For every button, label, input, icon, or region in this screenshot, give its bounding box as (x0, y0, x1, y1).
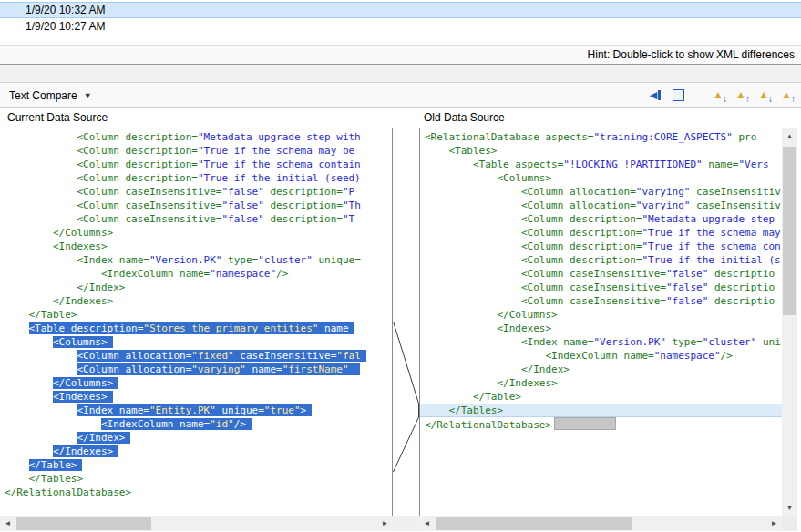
code-line[interactable]: <Indexes> (420, 322, 782, 335)
scroll-left-arrow-icon[interactable]: ◄ (0, 516, 15, 531)
code-token: </Table> (29, 309, 77, 321)
code-token: </Columns> (53, 377, 113, 389)
code-line[interactable]: </Columns> (0, 376, 392, 390)
code-token: "Vers (738, 159, 768, 170)
code-line[interactable]: </Indexes> (0, 445, 392, 458)
code-indent (425, 227, 521, 239)
code-line[interactable]: </Index> (0, 281, 392, 294)
code-line[interactable]: <Indexes> (0, 390, 392, 404)
code-line-text: </Columns> (53, 377, 118, 389)
code-token: <IndexColumn name= (101, 268, 210, 280)
scroll-up-arrow-icon[interactable]: ▲ (782, 128, 797, 144)
code-line-text: <Column caseInsensitive="false" descript… (521, 268, 775, 280)
code-line-text: </Columns> (497, 309, 557, 321)
code-token: "T (343, 213, 354, 225)
code-token: > (301, 404, 307, 416)
previous-change-icon[interactable]: ▲↑ (777, 86, 796, 104)
code-token: "True if the initial (s (642, 254, 780, 266)
code-line[interactable]: <Index name="Version.PK" type="cluster" … (0, 253, 392, 267)
code-token: description= (264, 186, 343, 198)
code-line[interactable]: <Column caseInsensitive="false" descript… (420, 267, 782, 281)
code-line[interactable]: </Table> (420, 390, 782, 404)
previous-difference-icon[interactable]: ▲↑ (732, 86, 750, 104)
left-horizontal-scrollbar[interactable]: ◄ ► (0, 516, 393, 531)
code-line[interactable]: <Column caseInsensitive="false" descript… (0, 199, 392, 212)
scroll-left-arrow-icon[interactable]: ◄ (419, 516, 435, 531)
code-line[interactable]: <Index name="Version.PK" type="cluster" … (420, 335, 782, 349)
code-indent (5, 404, 77, 416)
history-row[interactable]: 1/9/20 10:32 AM (0, 2, 801, 18)
code-token: "namespace" (654, 350, 721, 362)
code-line[interactable]: </Indexes> (420, 376, 782, 390)
toggle-ancestor-pane-icon[interactable]: ◀ (646, 86, 664, 104)
scroll-down-arrow-icon[interactable]: ▼ (782, 500, 797, 516)
code-indent (5, 131, 77, 143)
code-line[interactable]: <Column caseInsensitive="false" descript… (420, 281, 782, 294)
code-line[interactable]: </RelationalDatabase> (0, 486, 392, 499)
code-line[interactable]: <Column caseInsensitive="false" descript… (0, 212, 392, 226)
code-line[interactable]: <IndexColumn name="namespace"/> (420, 349, 782, 363)
code-line-text: <Column description="Metadata upgrade st… (521, 213, 775, 225)
code-line[interactable]: <Column description="Metadata upgrade st… (0, 130, 392, 144)
code-token: <Columns> (497, 172, 551, 184)
code-line[interactable]: <Column description="True if the schema … (0, 144, 392, 158)
code-line[interactable]: <Table description="Stores the primary e… (0, 322, 392, 335)
code-line[interactable]: <Column allocation="varying" name="first… (0, 363, 392, 376)
left-hscroll-thumb[interactable] (16, 517, 151, 530)
code-line[interactable]: <Column description="True if the initial… (0, 171, 392, 185)
code-token: "false" (221, 186, 263, 198)
code-indent (5, 159, 77, 170)
code-line[interactable]: </Table> (0, 458, 392, 472)
code-line[interactable]: <Column description="True if the schema … (0, 158, 392, 171)
code-line-text: <Table description="Stores the primary e… (29, 322, 354, 334)
old-source-pane[interactable]: <RelationalDatabase aspects="training:CO… (419, 128, 782, 516)
right-horizontal-scrollbar[interactable]: ◄ ► (419, 516, 782, 531)
scroll-right-arrow-icon[interactable]: ► (766, 516, 782, 531)
scroll-right-arrow-icon[interactable]: ► (377, 516, 393, 531)
code-line[interactable]: <IndexColumn name="id"/> (0, 417, 392, 431)
code-line[interactable]: <Column description="True if the initial… (420, 253, 782, 267)
code-line[interactable]: <IndexColumn name="namespace"/> (0, 267, 392, 281)
code-token: <Column description= (77, 131, 197, 143)
code-indent (5, 418, 101, 430)
code-line[interactable]: <Table aspects="!LOCKING !PARTITIONED" n… (420, 158, 782, 171)
code-line[interactable]: <Column allocation="fixed" caseInsensiti… (0, 349, 392, 363)
current-source-pane[interactable]: <Column description="Metadata upgrade st… (0, 128, 393, 516)
code-line[interactable]: </RelationalDatabase> (420, 417, 782, 431)
code-line[interactable]: <Columns> (0, 335, 392, 349)
right-hscroll-thumb[interactable] (436, 517, 632, 530)
code-line[interactable]: <Column description="True if the schema … (420, 240, 782, 253)
vertical-scroll-thumb[interactable] (783, 147, 796, 315)
code-line[interactable]: </Columns> (420, 308, 782, 322)
code-line[interactable]: </Tables> (0, 472, 392, 486)
code-line[interactable]: <Indexes> (0, 240, 392, 253)
code-line[interactable]: </Table> (0, 308, 392, 322)
right-vertical-scrollbar[interactable]: ▲ ▼ (782, 128, 797, 516)
code-line[interactable]: <Column allocation="varying" caseInsensi… (420, 185, 782, 199)
compare-mode-dropdown[interactable]: Text Compare ▼ (9, 87, 92, 103)
code-line[interactable]: <Tables> (420, 144, 782, 158)
code-line[interactable]: <Index name="Entity.PK" unique="true"> (0, 404, 392, 417)
next-change-icon[interactable]: ▲↓ (755, 86, 773, 104)
code-line[interactable]: </Indexes> (0, 294, 392, 308)
code-line[interactable]: <Column allocation="varying" caseInsensi… (420, 199, 782, 212)
code-line[interactable]: <Column description="True if the schema … (420, 226, 782, 240)
code-token: "false" (221, 213, 263, 225)
code-line[interactable]: </Tables> (420, 404, 782, 417)
history-row[interactable]: 1/9/20 10:27 AM (0, 18, 801, 35)
code-line[interactable]: </Index> (0, 431, 392, 445)
code-line[interactable]: <Column caseInsensitive="false" descript… (420, 294, 782, 308)
next-difference-icon[interactable]: ▲↓ (709, 86, 727, 104)
code-line[interactable]: <Column description="Metadata upgrade st… (420, 212, 782, 226)
code-line[interactable]: <Column caseInsensitive="false" descript… (0, 185, 392, 199)
code-indent (425, 254, 521, 266)
code-line[interactable]: </Index> (420, 363, 782, 376)
code-token: "!LOCKING !PARTITIONED" (563, 159, 702, 170)
code-line[interactable]: </Columns> (0, 226, 392, 240)
code-token: "P (343, 186, 354, 198)
code-token: "firstName" (282, 363, 349, 375)
copy-all-right-to-left-icon[interactable] (669, 86, 687, 104)
code-token: description= (264, 200, 343, 211)
code-line[interactable]: <Columns> (420, 171, 782, 185)
code-line[interactable]: <RelationalDatabase aspects="training:CO… (420, 130, 782, 144)
